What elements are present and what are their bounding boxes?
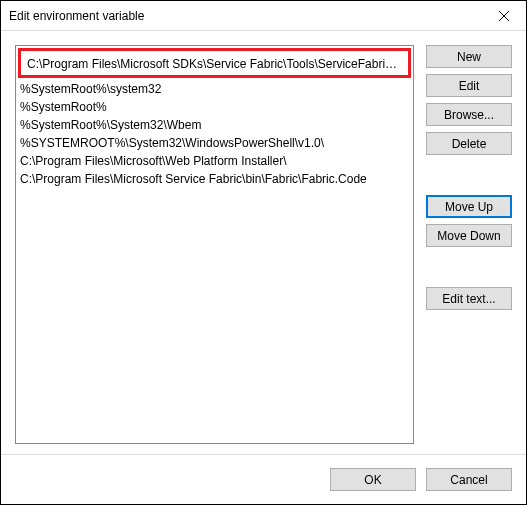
close-button[interactable]	[482, 1, 526, 31]
list-item[interactable]: %SystemRoot%\system32	[16, 80, 413, 98]
list-item[interactable]: %SystemRoot%	[16, 98, 413, 116]
move-up-button[interactable]: Move Up	[426, 195, 512, 218]
window-title: Edit environment variable	[9, 9, 144, 23]
list-item[interactable]: C:\Program Files\Microsoft Service Fabri…	[16, 170, 413, 188]
delete-button[interactable]: Delete	[426, 132, 512, 155]
browse-button[interactable]: Browse...	[426, 103, 512, 126]
dialog-content: C:\Program Files\Microsoft SDKs\Service …	[1, 31, 526, 454]
titlebar: Edit environment variable	[1, 1, 526, 31]
cancel-button[interactable]: Cancel	[426, 468, 512, 491]
edit-button[interactable]: Edit	[426, 74, 512, 97]
path-listbox[interactable]: C:\Program Files\Microsoft SDKs\Service …	[15, 45, 414, 444]
close-icon	[499, 11, 509, 21]
move-down-button[interactable]: Move Down	[426, 224, 512, 247]
new-button[interactable]: New	[426, 45, 512, 68]
list-item[interactable]: %SystemRoot%\System32\Wbem	[16, 116, 413, 134]
highlight-annotation: C:\Program Files\Microsoft SDKs\Service …	[18, 48, 411, 78]
button-column: New Edit Browse... Delete Move Up Move D…	[426, 45, 512, 444]
edit-text-button[interactable]: Edit text...	[426, 287, 512, 310]
list-item[interactable]: C:\Program Files\Microsoft SDKs\Service …	[23, 55, 406, 73]
ok-button[interactable]: OK	[330, 468, 416, 491]
list-item[interactable]: %SYSTEMROOT%\System32\WindowsPowerShell\…	[16, 134, 413, 152]
dialog-footer: OK Cancel	[1, 454, 526, 504]
list-item[interactable]: C:\Program Files\Microsoft\Web Platform …	[16, 152, 413, 170]
